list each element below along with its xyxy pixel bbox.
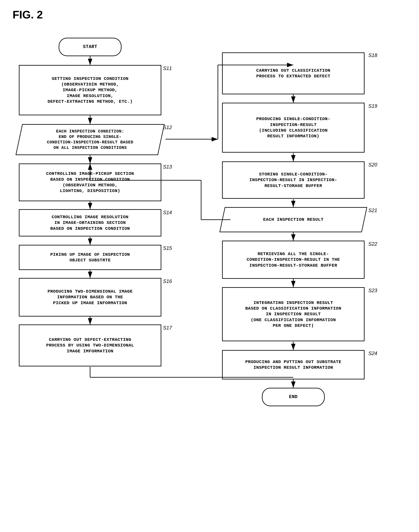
page-title: FIG. 2 [13,8,43,21]
s15-box: PIKING UP IMAGE OF INSPECTION OBJECT SUB… [19,245,161,270]
s24-label: S24 [368,350,377,356]
s20-box: STORING SINGLE-CONDITION- INSPECTION-RES… [222,161,365,199]
s21-box: EACH INSPECTION RESULT [219,207,367,232]
s13-box: CONTROLLING IMAGE-PICKUP SECTION BASED O… [19,163,161,201]
s23-box: INTEGRATING INSPECTION RESULT BASED ON C… [222,287,365,341]
s17-box: CARRYING OUT DEFECT-EXTRACTING PROCESS B… [19,324,161,366]
s19-label: S19 [368,103,377,109]
s13-label: S13 [163,164,172,170]
s14-box: CONTROLLING IMAGE RESOLUTION IN IMAGE-OB… [19,209,161,237]
start-terminal: START [59,38,121,56]
s11-label: S11 [163,66,172,71]
s21-label: S21 [368,208,377,213]
s14-label: S14 [163,210,172,215]
s24-box: PRODUCING AND PUTTING OUT SUBSTRATE INSP… [222,350,365,379]
s16-box: PRODUCING TWO-DIMENSIONAL IMAGE INFORMAT… [19,278,161,317]
s11-box: SETTING INSPECTION CONDITION (OBSERVATIO… [19,65,161,115]
s23-label: S23 [368,288,377,293]
s15-label: S15 [163,245,172,251]
s17-label: S17 [163,325,172,331]
s18-label: S18 [368,53,377,58]
s16-label: S16 [163,278,172,284]
s22-label: S22 [368,241,377,247]
end-terminal: END [262,388,325,406]
s22-box: RETRIEVING ALL THE SINGLE- CONDITION-INS… [222,241,365,279]
s19-box: PRODUCING SINGLE-CONDITION- INSPECTION-R… [222,103,365,153]
s12-box: EACH INSPECTION CONDITION: END OF PRODUC… [15,124,164,155]
s20-label: S20 [368,162,377,168]
s18-box: CARRYING OUT CLASSIFICATION PROCESS TO E… [222,53,365,94]
